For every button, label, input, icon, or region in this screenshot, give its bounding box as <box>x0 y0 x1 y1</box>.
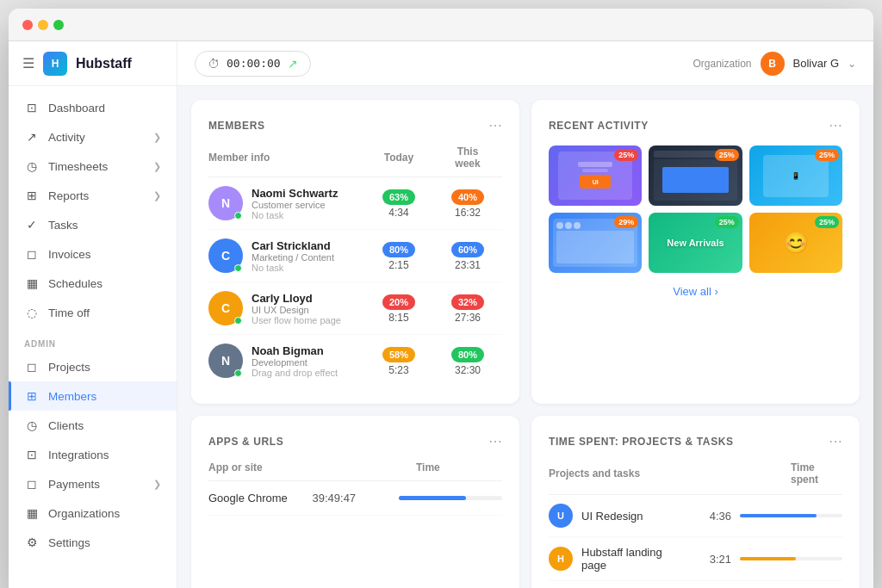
clients-icon: ◷ <box>24 418 40 432</box>
sidebar-item-label: Tasks <box>48 219 78 232</box>
chevron-icon: ❯ <box>153 190 161 201</box>
sidebar-item-label: Time off <box>48 306 90 319</box>
member-info: Noah Bigman Development Drag and drop ef… <box>252 344 364 378</box>
activity-thumb[interactable]: 😊 25% <box>749 213 842 273</box>
activity-thumb[interactable]: New Arrivals 25% <box>649 213 742 273</box>
title-bar <box>9 9 873 41</box>
members-table-header: Member info Today Thisweek <box>208 145 502 177</box>
close-button[interactable] <box>22 20 33 30</box>
today-time: 2:15 <box>364 259 433 271</box>
today-time: 5:23 <box>364 364 433 376</box>
sidebar-item-tasks[interactable]: ✓ Tasks <box>9 210 177 239</box>
project-icon: H <box>549 547 573 571</box>
activity-thumb[interactable]: 29% <box>549 213 642 273</box>
topbar-right: Organization B Bolivar G ⌄ <box>693 52 856 76</box>
member-name: Noah Bigman <box>252 344 364 357</box>
timer-widget[interactable]: ⏱ 00:00:00 ↗ <box>195 51 311 77</box>
app-window: ☰ H Hubstaff ⊡ Dashboard ↗ Activity ❯ ◷ … <box>9 9 873 588</box>
sidebar-item-label: Clients <box>48 419 84 432</box>
sidebar-item-label: Dashboard <box>48 102 105 115</box>
list-item: U UI Redesign 4:36 <box>549 495 842 537</box>
hamburger-icon[interactable]: ☰ <box>22 55 34 71</box>
project-bar-fill <box>740 557 796 560</box>
sidebar-item-payments[interactable]: ◻ Payments ❯ <box>9 469 177 498</box>
col-info-header: Member info <box>208 152 364 164</box>
apps-more-icon[interactable]: ⋯ <box>488 433 502 449</box>
activity-grid: UI 25% <box>549 145 842 273</box>
members-card-header: MEMBERS ⋯ <box>208 117 502 133</box>
sidebar-item-members[interactable]: ⊞ Members <box>9 381 177 411</box>
sidebar-item-projects[interactable]: ◻ Projects <box>9 352 177 381</box>
org-chevron-icon[interactable]: ⌄ <box>848 58 856 70</box>
apps-card-header: APPS & URLS ⋯ <box>208 433 502 449</box>
members-title: MEMBERS <box>208 120 265 132</box>
org-label: Organization <box>693 58 751 70</box>
col-today-header: Today <box>364 152 433 164</box>
view-all-link: View all › <box>549 283 842 299</box>
col-time-header: Time <box>416 461 502 473</box>
apps-table-header: App or site Time <box>208 461 502 481</box>
sidebar-item-schedules[interactable]: ▦ Schedules <box>9 269 177 298</box>
project-name: UI Redesign <box>581 510 684 523</box>
schedules-icon: ▦ <box>24 276 40 290</box>
time-card: TIME SPENT: PROJECTS & TASKS ⋯ Projects … <box>531 416 860 588</box>
sidebar-item-label: Invoices <box>48 248 91 261</box>
member-dept: Marketing / Content <box>252 252 364 263</box>
today-badge: 58% <box>382 347 415 362</box>
main-content: MEMBERS ⋯ Member info Today Thisweek N <box>177 86 873 588</box>
members-more-icon[interactable]: ⋯ <box>488 117 502 133</box>
avatar: C <box>208 238 243 273</box>
settings-icon: ⚙ <box>24 535 40 549</box>
org-name[interactable]: Bolivar G <box>793 57 839 70</box>
thumb-badge: 29% <box>614 216 638 228</box>
sidebar-header: ☰ H Hubstaff <box>9 41 177 86</box>
maximize-button[interactable] <box>53 20 64 30</box>
sidebar-item-invoices[interactable]: ◻ Invoices <box>9 239 177 269</box>
dashboard-icon: ⊡ <box>24 101 40 115</box>
time-more-icon[interactable]: ⋯ <box>829 433 842 449</box>
members-card: MEMBERS ⋯ Member info Today Thisweek N <box>191 100 519 404</box>
week-time: 23:31 <box>433 259 502 271</box>
sidebar-item-label: Activity <box>48 131 85 144</box>
minimize-button[interactable] <box>38 20 48 30</box>
sidebar-item-timesheets[interactable]: ◷ Timesheets ❯ <box>9 152 177 181</box>
member-name: Naomi Schwartz <box>252 187 364 200</box>
activity-card-header: RECENT ACTIVITY ⋯ <box>549 117 842 133</box>
project-bar <box>740 514 842 517</box>
member-today: 80% 2:15 <box>364 241 433 271</box>
week-badge: 32% <box>451 294 484 310</box>
chevron-icon: ❯ <box>153 479 161 490</box>
timesheets-icon: ◷ <box>24 159 40 173</box>
today-badge: 63% <box>382 189 415 205</box>
sidebar-item-reports[interactable]: ⊞ Reports ❯ <box>9 181 177 210</box>
status-dot <box>234 369 242 377</box>
member-task: Drag and drop effect <box>252 368 364 378</box>
activity-thumb[interactable]: 📱 25% <box>749 145 842 206</box>
time-title: TIME SPENT: PROJECTS & TASKS <box>549 436 734 448</box>
member-week: 32% 27:36 <box>433 294 502 324</box>
table-row: N Naomi Schwartz Customer service No tas… <box>208 177 502 230</box>
sidebar-item-organizations[interactable]: ▦ Organizations <box>9 498 177 528</box>
members-rows: N Naomi Schwartz Customer service No tas… <box>208 177 502 387</box>
sidebar-item-clients[interactable]: ◷ Clients <box>9 411 177 440</box>
timer-launch-icon[interactable]: ↗ <box>288 57 298 71</box>
activity-thumb[interactable]: 25% <box>649 145 742 206</box>
thumb-badge: 25% <box>815 216 839 228</box>
week-time: 27:36 <box>433 312 502 324</box>
sidebar-item-dashboard[interactable]: ⊡ Dashboard <box>9 93 177 122</box>
sidebar-item-integrations[interactable]: ⊡ Integrations <box>9 440 177 469</box>
activity-thumb[interactable]: UI 25% <box>549 145 642 206</box>
today-time: 4:34 <box>364 207 433 219</box>
project-time: 4:36 <box>693 510 731 523</box>
invoices-icon: ◻ <box>24 247 40 261</box>
view-all-button[interactable]: View all › <box>673 285 718 298</box>
sidebar-item-timeoff[interactable]: ◌ Time off <box>9 298 177 327</box>
avatar: C <box>208 291 243 325</box>
avatar: N <box>208 186 243 220</box>
week-badge: 80% <box>451 347 484 362</box>
sidebar-item-activity[interactable]: ↗ Activity ❯ <box>9 122 177 152</box>
activity-more-icon[interactable]: ⋯ <box>829 117 842 133</box>
timeoff-icon: ◌ <box>24 306 40 319</box>
sidebar-item-label: Projects <box>48 361 90 374</box>
sidebar-item-settings[interactable]: ⚙ Settings <box>9 528 177 557</box>
